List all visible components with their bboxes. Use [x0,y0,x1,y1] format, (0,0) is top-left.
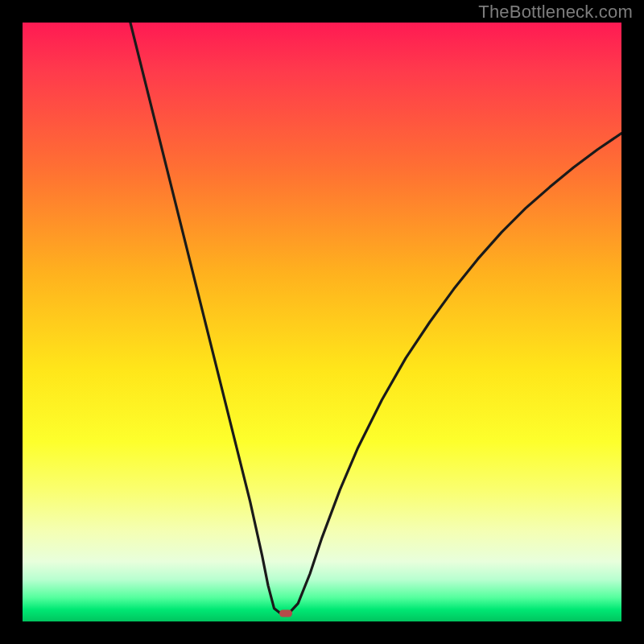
bottleneck-curve [130,23,621,613]
curve-svg [23,23,621,621]
watermark-text: TheBottleneck.com [478,2,633,23]
optimal-point-marker [279,610,292,617]
plot-area [23,23,621,621]
chart-frame: TheBottleneck.com [0,0,644,644]
